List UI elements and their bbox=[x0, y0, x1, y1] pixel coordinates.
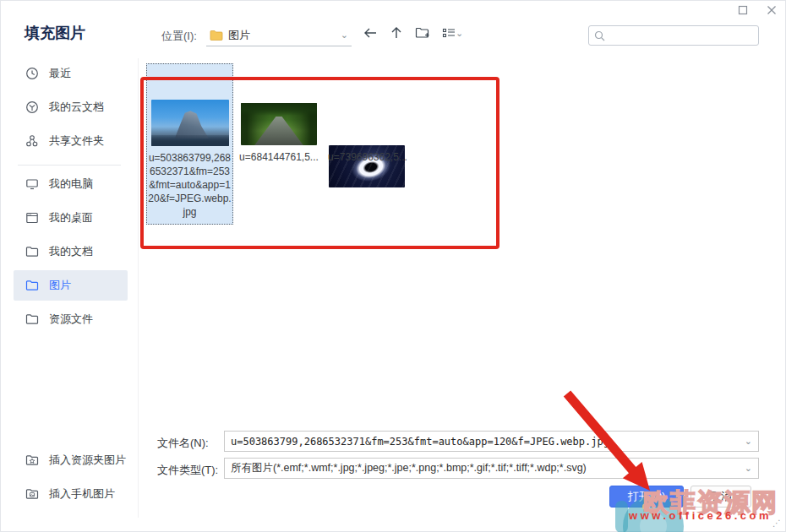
maximize-button[interactable] bbox=[734, 3, 751, 18]
sidebar-action-insert-resource-image[interactable]: 插入资源夹图片 bbox=[14, 445, 128, 475]
search-icon bbox=[594, 30, 605, 41]
sidebar-item-label: 我的电脑 bbox=[49, 176, 93, 192]
sidebar-item-label: 我的云文档 bbox=[49, 100, 104, 115]
filename-combobox[interactable]: ⌄ bbox=[224, 431, 759, 452]
chevron-down-icon[interactable]: ⌄ bbox=[745, 436, 752, 447]
chevron-down-icon: ⌄ bbox=[456, 28, 463, 39]
sidebar-item-my-desktop[interactable]: 我的桌面 bbox=[14, 203, 128, 233]
location-label: 位置(I): bbox=[161, 29, 197, 44]
sidebar-item-label: 插入手机图片 bbox=[49, 486, 115, 502]
file-dialog-window: 填充图片 位置(I): 图片 ⌄ bbox=[0, 0, 786, 532]
up-icon bbox=[390, 26, 403, 40]
dialog-title: 填充图片 bbox=[25, 23, 85, 43]
sidebar-item-label: 最近 bbox=[49, 66, 71, 81]
sidebar-item-label: 图片 bbox=[49, 278, 71, 293]
folder-icon bbox=[25, 246, 39, 258]
folder-star-icon bbox=[25, 454, 39, 466]
sidebar-item-label: 插入资源夹图片 bbox=[49, 453, 126, 468]
watermark-logo bbox=[640, 513, 667, 532]
filetype-value: 所有图片(*.emf;*.wmf;*.jpg;*.jpeg;*.jpe;*.pn… bbox=[231, 461, 587, 475]
up-button[interactable] bbox=[390, 26, 403, 40]
file-name-label: u=503863799,2686532371&fm=253&fmt=auto&a… bbox=[148, 151, 232, 219]
location-value: 图片 bbox=[228, 28, 336, 43]
filename-label: 文件名(N): bbox=[157, 436, 209, 451]
folder-icon bbox=[25, 280, 39, 291]
sidebar-item-cloud-docs[interactable]: 我的云文档 bbox=[14, 92, 128, 122]
open-button[interactable]: 打开(O) bbox=[609, 486, 684, 508]
file-item-selected[interactable]: u=503863799,2686532371&fm=253&fmt=auto&a… bbox=[146, 63, 233, 225]
search-input[interactable] bbox=[609, 30, 753, 41]
computer-icon bbox=[25, 177, 39, 191]
sidebar-divider bbox=[18, 165, 121, 166]
desktop-icon bbox=[25, 211, 39, 225]
location-dropdown[interactable]: 图片 ⌄ bbox=[206, 24, 352, 46]
back-icon bbox=[363, 26, 378, 40]
toolbar: 位置(I): 图片 ⌄ bbox=[161, 24, 197, 47]
forest-road-photo-thumbnail[interactable] bbox=[241, 103, 317, 145]
sidebar: 最近 我的云文档 共享文件夹 我的电脑 bbox=[1, 57, 136, 531]
watermark-site-url: www.office26.com bbox=[629, 509, 772, 522]
sidebar-item-recent[interactable]: 最近 bbox=[14, 58, 128, 89]
filetype-select[interactable]: 所有图片(*.emf;*.wmf;*.jpg;*.jpeg;*.jpe;*.pn… bbox=[224, 458, 759, 479]
file-name-label: u=739696362,5... bbox=[325, 150, 411, 164]
sidebar-action-insert-phone-image[interactable]: 插入手机图片 bbox=[14, 479, 128, 509]
folder-icon bbox=[25, 313, 39, 325]
sidebar-item-label: 我的桌面 bbox=[49, 210, 93, 225]
sidebar-item-shared-folder[interactable]: 共享文件夹 bbox=[14, 126, 128, 156]
new-folder-icon bbox=[415, 26, 430, 40]
file-name-label: u=684144761,5... bbox=[236, 150, 322, 164]
cloud-docs-icon bbox=[25, 100, 39, 114]
mountain-photo-thumbnail bbox=[151, 100, 229, 146]
sidebar-item-my-documents[interactable]: 我的文档 bbox=[14, 236, 128, 267]
nav-icons: ⌄ bbox=[363, 26, 463, 40]
panel-divider bbox=[138, 58, 139, 518]
new-folder-button[interactable] bbox=[415, 26, 430, 40]
maximize-icon bbox=[738, 5, 748, 15]
window-controls bbox=[734, 3, 780, 18]
chevron-down-icon: ⌄ bbox=[341, 30, 348, 41]
back-button[interactable] bbox=[363, 26, 378, 40]
sidebar-item-pictures[interactable]: 图片 bbox=[14, 270, 128, 301]
sidebar-item-label: 我的文档 bbox=[49, 244, 93, 259]
sidebar-item-resource-files[interactable]: 资源文件 bbox=[14, 304, 128, 334]
sidebar-item-my-computer[interactable]: 我的电脑 bbox=[14, 169, 128, 199]
sidebar-item-label: 共享文件夹 bbox=[49, 133, 104, 149]
resize-grip[interactable]: ⋰ bbox=[772, 518, 782, 528]
sidebar-item-label: 资源文件 bbox=[49, 312, 93, 327]
yellow-folder-icon bbox=[210, 30, 223, 41]
filetype-label: 文件类型(T): bbox=[157, 463, 218, 478]
clock-icon bbox=[25, 67, 39, 80]
close-button[interactable] bbox=[763, 3, 780, 18]
search-box[interactable] bbox=[588, 25, 759, 46]
filename-input[interactable] bbox=[231, 436, 740, 448]
share-icon bbox=[25, 134, 39, 148]
close-icon bbox=[767, 5, 777, 15]
folder-image-icon bbox=[25, 488, 39, 500]
cancel-button[interactable]: 取消 bbox=[690, 486, 751, 508]
view-list-icon bbox=[442, 26, 456, 40]
chevron-down-icon[interactable]: ⌄ bbox=[745, 463, 752, 474]
view-mode-button[interactable]: ⌄ bbox=[442, 26, 463, 40]
